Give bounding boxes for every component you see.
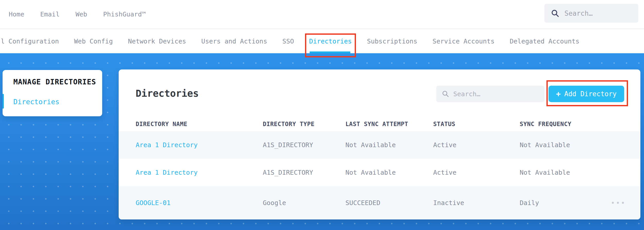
manage-directories-sidebar: MANAGE DIRECTORIES Directories <box>3 70 102 116</box>
directory-name-link[interactable]: GOOGLE-01 <box>136 199 263 207</box>
tab-sso[interactable]: SSO <box>282 29 294 53</box>
search-icon <box>551 9 559 17</box>
nav-item-home[interactable]: Home <box>9 11 24 18</box>
sidebar-title: MANAGE DIRECTORIES <box>13 78 96 86</box>
add-directory-label: Add Directory <box>564 90 617 98</box>
top-nav: Home Email Web PhishGuard™ <box>0 0 644 29</box>
last-sync-cell: Not Available <box>345 141 433 149</box>
table-row: Area 1 Directory A1S_DIRECTORY Not Avail… <box>119 131 640 159</box>
tab-directories[interactable]: Directories <box>309 29 352 53</box>
page-title: Directories <box>136 88 199 99</box>
table-row: Area 1 Directory A1S_DIRECTORY Not Avail… <box>119 159 640 186</box>
tab-delegated-accounts[interactable]: Delegated Accounts <box>510 29 579 53</box>
directory-type-cell: A1S_DIRECTORY <box>263 141 345 149</box>
tab-subscriptions[interactable]: Subscriptions <box>367 29 417 53</box>
col-last-sync-attempt: LAST SYNC ATTEMPT <box>345 121 433 127</box>
sync-frequency-cell: Not Available <box>520 141 607 149</box>
nav-item-web[interactable]: Web <box>75 11 87 18</box>
directory-type-cell: Google <box>263 199 345 207</box>
sidebar-active-indicator <box>3 94 4 109</box>
content-canvas: MANAGE DIRECTORIES Directories Directori… <box>0 53 644 230</box>
sync-frequency-cell: Daily <box>520 199 607 207</box>
nav-item-email[interactable]: Email <box>40 11 59 18</box>
global-search-box[interactable] <box>544 4 638 23</box>
tab-users-and-actions[interactable]: Users and Actions <box>201 29 267 53</box>
search-icon <box>442 90 449 98</box>
tab-email-configuration-truncated[interactable]: l Configuration <box>1 29 59 53</box>
directories-panel: Directories + Add Directory DIRECTORY NA… <box>119 69 640 219</box>
col-directory-name: DIRECTORY NAME <box>136 121 263 127</box>
status-cell: Active <box>433 169 520 176</box>
status-cell: Inactive <box>433 199 520 207</box>
status-cell: Active <box>433 141 520 149</box>
directory-type-cell: A1S_DIRECTORY <box>263 169 345 176</box>
directory-name-link[interactable]: Area 1 Directory <box>136 141 263 149</box>
col-directory-type: DIRECTORY TYPE <box>263 121 345 127</box>
directory-name-link[interactable]: Area 1 Directory <box>136 169 263 176</box>
nav-item-phishguard[interactable]: PhishGuard™ <box>103 11 146 18</box>
add-directory-button[interactable]: + Add Directory <box>549 86 624 102</box>
ellipsis-menu-icon[interactable]: ••• <box>607 199 640 207</box>
col-status: STATUS <box>433 121 520 127</box>
last-sync-cell: SUCCEEDED <box>345 199 433 207</box>
table-header-row: DIRECTORY NAME DIRECTORY TYPE LAST SYNC … <box>119 117 640 131</box>
tab-web-config[interactable]: Web Config <box>74 29 113 53</box>
directories-search-box[interactable] <box>436 86 544 102</box>
tab-service-accounts[interactable]: Service Accounts <box>432 29 494 53</box>
table-row: GOOGLE-01 Google SUCCEEDED Inactive Dail… <box>119 186 640 219</box>
sidebar-item-directories[interactable]: Directories <box>13 98 59 106</box>
directories-search-input[interactable] <box>453 90 540 98</box>
page: Home Email Web PhishGuard™ l Configurati… <box>0 0 644 230</box>
col-sync-frequency: SYNC FREQUENCY <box>520 121 607 127</box>
global-search-input[interactable] <box>564 10 644 17</box>
last-sync-cell: Not Available <box>345 169 433 176</box>
tab-network-devices[interactable]: Network Devices <box>128 29 186 53</box>
settings-tab-bar: l Configuration Web Config Network Devic… <box>0 29 644 53</box>
sync-frequency-cell: Not Available <box>520 169 607 176</box>
plus-icon: + <box>556 90 561 98</box>
